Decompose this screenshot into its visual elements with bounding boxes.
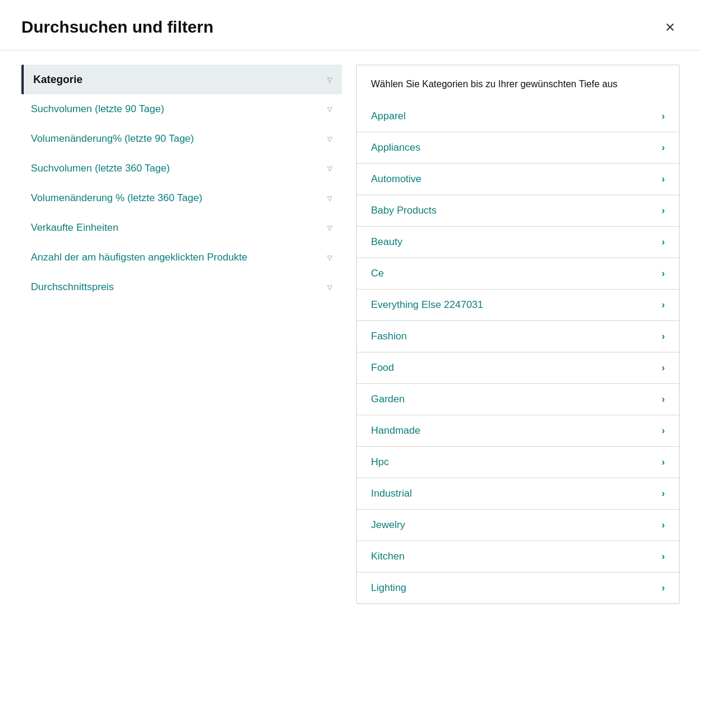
category-item-handmade[interactable]: Handmade› <box>357 415 679 446</box>
filter-item-volumen-90[interactable]: Volumenänderung% (letzte 90 Tage)▿ <box>21 124 342 154</box>
right-panel: Wählen Sie Kategorien bis zu Ihrer gewün… <box>356 65 680 604</box>
category-label-jewelry: Jewelry <box>371 519 405 531</box>
category-item-kitchen[interactable]: Kitchen› <box>357 541 679 572</box>
category-item-hpc[interactable]: Hpc› <box>357 446 679 478</box>
category-item-lighting[interactable]: Lighting› <box>357 572 679 603</box>
filter-label-volumen-360: Volumenänderung % (letzte 360 Tage) <box>31 192 202 204</box>
filter-icon-verkaufte-einheiten: ▿ <box>327 221 332 234</box>
category-item-automotive[interactable]: Automotive› <box>357 163 679 195</box>
category-item-ce[interactable]: Ce› <box>357 257 679 289</box>
chevron-right-icon: › <box>662 583 665 593</box>
chevron-right-icon: › <box>662 300 665 310</box>
chevron-right-icon: › <box>662 394 665 405</box>
filter-icon-suchvolumen-90: ▿ <box>327 103 332 116</box>
chevron-right-icon: › <box>662 268 665 279</box>
category-label-apparel: Apparel <box>371 110 406 122</box>
filter-icon-kategorie: ▿ <box>327 73 332 86</box>
filter-label-suchvolumen-90: Suchvolumen (letzte 90 Tage) <box>31 103 164 115</box>
chevron-right-icon: › <box>662 363 665 373</box>
filter-item-durchschnittspreis[interactable]: Durchschnittspreis▿ <box>21 272 342 302</box>
filter-item-anzahl-angeklickt[interactable]: Anzahl der am häufigsten angeklickten Pr… <box>21 243 342 272</box>
modal-body: Kategorie▿Suchvolumen (letzte 90 Tage)▿V… <box>0 50 701 618</box>
category-label-hpc: Hpc <box>371 456 389 468</box>
category-label-ce: Ce <box>371 268 384 279</box>
filter-item-volumen-360[interactable]: Volumenänderung % (letzte 360 Tage)▿ <box>21 183 342 213</box>
filter-list: Kategorie▿Suchvolumen (letzte 90 Tage)▿V… <box>21 65 342 302</box>
chevron-right-icon: › <box>662 205 665 216</box>
category-label-beauty: Beauty <box>371 236 402 248</box>
category-list: Apparel›Appliances›Automotive›Baby Produ… <box>357 101 679 603</box>
category-label-food: Food <box>371 362 394 374</box>
category-label-lighting: Lighting <box>371 582 407 594</box>
filter-label-volumen-90: Volumenänderung% (letzte 90 Tage) <box>31 133 194 145</box>
filter-label-verkaufte-einheiten: Verkaufte Einheiten <box>31 222 118 234</box>
chevron-right-icon: › <box>662 457 665 468</box>
category-panel-header: Wählen Sie Kategorien bis zu Ihrer gewün… <box>357 65 679 101</box>
category-item-jewelry[interactable]: Jewelry› <box>357 509 679 541</box>
filter-item-verkaufte-einheiten[interactable]: Verkaufte Einheiten▿ <box>21 213 342 243</box>
category-label-garden: Garden <box>371 393 405 405</box>
filter-icon-volumen-90: ▿ <box>327 132 332 145</box>
category-item-garden[interactable]: Garden› <box>357 383 679 415</box>
category-label-automotive: Automotive <box>371 173 421 185</box>
filter-item-kategorie[interactable]: Kategorie▿ <box>21 65 342 94</box>
modal-container: Durchsuchen und filtern × Kategorie▿Such… <box>0 0 701 728</box>
category-item-appliances[interactable]: Appliances› <box>357 132 679 163</box>
filter-icon-suchvolumen-360: ▿ <box>327 162 332 175</box>
category-label-kitchen: Kitchen <box>371 551 405 562</box>
filter-icon-volumen-360: ▿ <box>327 192 332 205</box>
category-item-food[interactable]: Food› <box>357 352 679 383</box>
category-item-fashion[interactable]: Fashion› <box>357 320 679 352</box>
category-item-everything-else[interactable]: Everything Else 2247031› <box>357 289 679 320</box>
chevron-right-icon: › <box>662 237 665 247</box>
modal-header: Durchsuchen und filtern × <box>0 0 701 50</box>
modal-title: Durchsuchen und filtern <box>21 18 214 37</box>
chevron-right-icon: › <box>662 331 665 342</box>
category-label-baby-products: Baby Products <box>371 205 437 217</box>
chevron-right-icon: › <box>662 425 665 436</box>
chevron-right-icon: › <box>662 551 665 562</box>
chevron-right-icon: › <box>662 488 665 499</box>
category-label-appliances: Appliances <box>371 142 420 154</box>
category-item-industrial[interactable]: Industrial› <box>357 478 679 509</box>
filter-label-suchvolumen-360: Suchvolumen (letzte 360 Tage) <box>31 163 170 174</box>
category-label-handmade: Handmade <box>371 425 420 437</box>
category-label-industrial: Industrial <box>371 488 412 500</box>
filter-label-durchschnittspreis: Durchschnittspreis <box>31 281 114 293</box>
chevron-right-icon: › <box>662 111 665 122</box>
chevron-right-icon: › <box>662 142 665 153</box>
filter-icon-anzahl-angeklickt: ▿ <box>327 251 332 264</box>
filter-label-anzahl-angeklickt: Anzahl der am häufigsten angeklickten Pr… <box>31 252 248 263</box>
filter-item-suchvolumen-90[interactable]: Suchvolumen (letzte 90 Tage)▿ <box>21 94 342 124</box>
filter-item-suchvolumen-360[interactable]: Suchvolumen (letzte 360 Tage)▿ <box>21 154 342 183</box>
category-item-apparel[interactable]: Apparel› <box>357 101 679 132</box>
category-item-baby-products[interactable]: Baby Products› <box>357 195 679 226</box>
category-label-fashion: Fashion <box>371 330 407 342</box>
close-button[interactable]: × <box>661 17 680 38</box>
filter-icon-durchschnittspreis: ▿ <box>327 281 332 294</box>
category-label-everything-else: Everything Else 2247031 <box>371 299 483 311</box>
filter-label-kategorie: Kategorie <box>33 74 83 86</box>
left-panel: Kategorie▿Suchvolumen (letzte 90 Tage)▿V… <box>21 65 342 302</box>
chevron-right-icon: › <box>662 520 665 530</box>
category-item-beauty[interactable]: Beauty› <box>357 226 679 257</box>
chevron-right-icon: › <box>662 174 665 185</box>
